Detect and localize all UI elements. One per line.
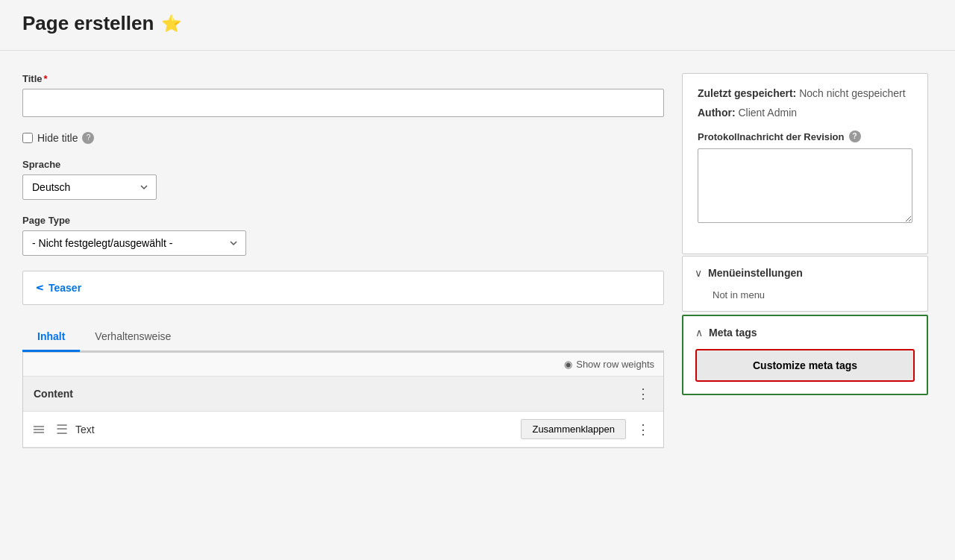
title-label: Title* xyxy=(22,73,664,84)
content-row-menu-button[interactable]: ⋮ xyxy=(633,421,653,438)
content-table-header: Content ⋮ xyxy=(23,377,663,412)
tabs-container: Inhalt Verhaltensweise ◉ Show row weight… xyxy=(22,323,664,448)
eye-icon: ◉ xyxy=(564,359,572,370)
meta-tags-panel: ∧ Meta tags Customize meta tags xyxy=(682,315,928,395)
title-input[interactable] xyxy=(22,89,664,117)
teaser-label: Teaser xyxy=(48,282,81,294)
page-header: Page erstellen ⭐ xyxy=(0,0,955,51)
page-type-select[interactable]: - Nicht festgelegt/ausgewählt - xyxy=(22,230,246,256)
last-saved-label: Zuletzt gespeichert: xyxy=(698,87,796,99)
revision-textarea[interactable] xyxy=(698,148,912,223)
customize-meta-tags-button[interactable]: Customize meta tags xyxy=(695,349,915,382)
left-column: Title* Hide title ? Sprache Deutsch Engl… xyxy=(22,73,664,448)
content-area: ◉ Show row weights Content ⋮ ☰ Text xyxy=(22,352,664,448)
hide-title-row: Hide title ? xyxy=(22,132,664,144)
favorite-star-icon[interactable]: ⭐ xyxy=(161,14,181,34)
sprache-field-group: Sprache Deutsch Englisch xyxy=(22,159,664,200)
revision-label-text: Protokollnachricht der Revision xyxy=(698,131,845,142)
show-row-weights-text: Show row weights xyxy=(576,359,654,370)
last-saved-value: Noch nicht gespeichert xyxy=(799,87,905,99)
menu-panel-title: Menüeinstellungen xyxy=(708,267,803,279)
page-type-field-group: Page Type - Nicht festgelegt/ausgewählt … xyxy=(22,215,664,256)
meta-tags-title: Meta tags xyxy=(709,327,757,339)
page-title: Page erstellen ⭐ xyxy=(22,12,933,35)
teaser-chevron-icon: ∨ xyxy=(34,284,46,292)
title-field-group: Title* xyxy=(22,73,664,117)
show-row-weights-bar: ◉ Show row weights xyxy=(23,353,663,377)
menu-panel-subtitle: Not in menu xyxy=(683,289,927,311)
right-column: Zuletzt gespeichert: Noch nicht gespeich… xyxy=(682,73,928,407)
content-row-text: ☰ Text Zusammenklappen ⋮ xyxy=(23,412,663,447)
content-header-menu-button[interactable]: ⋮ xyxy=(633,386,653,402)
revision-help-icon[interactable]: ? xyxy=(849,130,861,142)
last-saved-row: Zuletzt gespeichert: Noch nicht gespeich… xyxy=(698,87,912,99)
page-type-label: Page Type xyxy=(22,215,664,226)
tabs-nav: Inhalt Verhaltensweise xyxy=(22,323,664,352)
author-row: Author: Client Admin xyxy=(698,107,912,119)
show-row-weights-link[interactable]: ◉ Show row weights xyxy=(564,359,654,370)
drag-handle-icon[interactable] xyxy=(34,426,44,433)
hide-title-help-icon[interactable]: ? xyxy=(82,132,94,144)
sprache-select[interactable]: Deutsch Englisch xyxy=(22,174,157,200)
content-section-label: Content xyxy=(34,388,73,400)
menu-settings-panel: ∨ Menüeinstellungen Not in menu xyxy=(682,256,928,312)
tab-inhalt[interactable]: Inhalt xyxy=(22,323,80,352)
menu-chevron-icon: ∨ xyxy=(695,267,702,279)
author-value: Client Admin xyxy=(738,107,797,119)
author-label: Author: xyxy=(698,107,736,119)
page-title-text: Page erstellen xyxy=(22,12,154,35)
title-label-text: Title xyxy=(22,73,43,84)
main-layout: Title* Hide title ? Sprache Deutsch Engl… xyxy=(0,51,955,471)
meta-tags-chevron-icon: ∧ xyxy=(695,327,703,339)
hide-title-label: Hide title xyxy=(37,132,78,144)
revision-field-group: Protokollnachricht der Revision ? xyxy=(698,130,912,225)
required-star: * xyxy=(44,73,48,84)
hide-title-checkbox[interactable] xyxy=(22,133,33,143)
teaser-accordion: ∨ Teaser xyxy=(22,271,664,305)
menu-panel-header[interactable]: ∨ Menüeinstellungen xyxy=(683,257,927,289)
collapse-button[interactable]: Zusammenklappen xyxy=(521,419,626,439)
revision-label: Protokollnachricht der Revision ? xyxy=(698,130,912,142)
sprache-label: Sprache xyxy=(22,159,664,170)
status-panel: Zuletzt gespeichert: Noch nicht gespeich… xyxy=(682,73,928,254)
content-row-icon: ☰ xyxy=(56,421,68,438)
teaser-accordion-header[interactable]: ∨ Teaser xyxy=(23,271,663,304)
content-row-label: Text xyxy=(75,424,513,435)
tab-verhaltensweise[interactable]: Verhaltensweise xyxy=(80,323,186,352)
meta-tags-header[interactable]: ∧ Meta tags xyxy=(683,316,927,349)
